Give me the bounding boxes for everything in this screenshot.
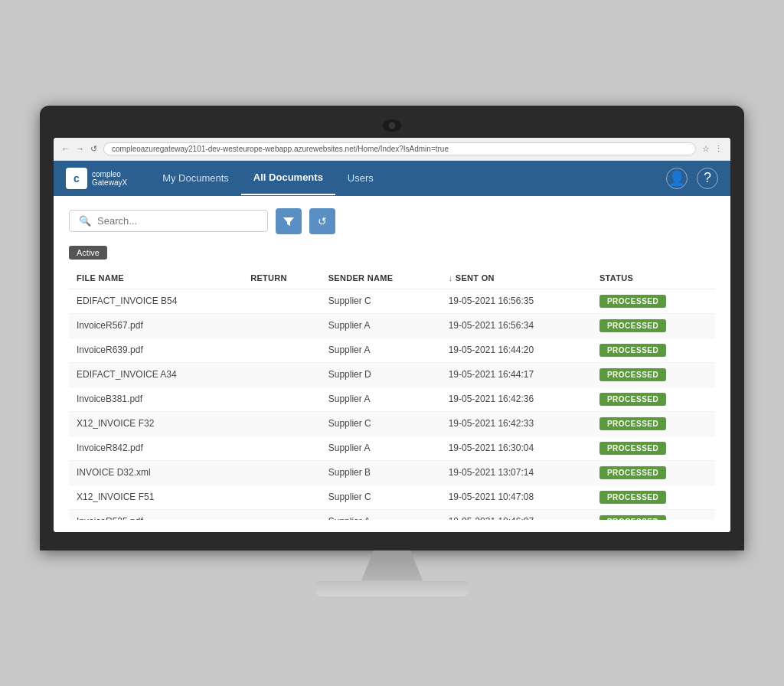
cell-file-name: INVOICE D32.xml	[69, 460, 243, 485]
cell-return	[243, 460, 321, 485]
table-body: EDIFACT_INVOICE B54Supplier C19-05-2021 …	[69, 289, 715, 520]
table-row[interactable]: InvoiceR535.pdfSupplier A19-05-2021 10:4…	[69, 509, 715, 520]
cell-sent-on: 19-05-2021 16:44:20	[441, 338, 592, 362]
cell-status: PROCESSED	[592, 411, 715, 436]
monitor-stand-base	[315, 581, 469, 596]
browser-refresh-button[interactable]: ↺	[90, 144, 97, 154]
logo-area: c compleo GatewayX	[66, 168, 127, 189]
forward-button[interactable]: →	[76, 144, 84, 153]
main-content: 🔍 ↺ Active	[54, 196, 730, 532]
cell-status: PROCESSED	[592, 387, 715, 411]
cell-status: PROCESSED	[592, 460, 715, 485]
col-file-name: FILE NAME	[69, 267, 243, 289]
cell-status: PROCESSED	[592, 313, 715, 338]
cell-status: PROCESSED	[592, 485, 715, 509]
nav-all-documents[interactable]: All Documents	[241, 161, 335, 195]
cell-sender: Supplier A	[321, 338, 441, 362]
cell-sender: Supplier A	[321, 387, 441, 411]
cell-status: PROCESSED	[592, 509, 715, 520]
cell-file-name: InvoiceR639.pdf	[69, 338, 243, 362]
cell-sent-on: 19-05-2021 16:42:33	[441, 411, 592, 436]
cell-file-name: InvoiceB381.pdf	[69, 387, 243, 411]
documents-table: FILE NAME RETURN SENDER NAME SENT ON STA…	[69, 267, 715, 520]
status-badge: PROCESSED	[599, 491, 666, 504]
nav-my-documents[interactable]: My Documents	[150, 162, 241, 194]
table-row[interactable]: EDIFACT_INVOICE A34Supplier D19-05-2021 …	[69, 362, 715, 387]
search-input[interactable]	[97, 215, 258, 227]
col-sender: SENDER NAME	[321, 267, 441, 289]
header-icons: 👤 ?	[666, 168, 718, 189]
cell-sender: Supplier A	[321, 509, 441, 520]
table-row[interactable]: InvoiceR567.pdfSupplier A19-05-2021 16:5…	[69, 313, 715, 338]
table-row[interactable]: INVOICE D32.xmlSupplier B19-05-2021 13:0…	[69, 460, 715, 485]
monitor-bottom	[54, 532, 730, 541]
logo-icon: c	[66, 168, 87, 189]
table-row[interactable]: InvoiceR639.pdfSupplier A19-05-2021 16:4…	[69, 338, 715, 362]
cell-file-name: InvoiceR842.pdf	[69, 436, 243, 460]
menu-icon[interactable]: ⋮	[714, 144, 723, 154]
table-row[interactable]: InvoiceR842.pdfSupplier A19-05-2021 16:3…	[69, 436, 715, 460]
status-badge: PROCESSED	[599, 344, 666, 357]
table-row[interactable]: X12_INVOICE F51Supplier C19-05-2021 10:4…	[69, 485, 715, 509]
cell-sent-on: 19-05-2021 10:46:07	[441, 509, 592, 520]
col-sent-on[interactable]: SENT ON	[441, 267, 592, 289]
monitor-wrapper: ← → ↺ compleoazuregateway2101-dev-westeu…	[40, 90, 744, 596]
status-badge: PROCESSED	[599, 393, 666, 406]
cell-return	[243, 411, 321, 436]
webcam	[383, 119, 401, 132]
table-row[interactable]: InvoiceB381.pdfSupplier A19-05-2021 16:4…	[69, 387, 715, 411]
help-icon[interactable]: ?	[697, 168, 718, 189]
browser-icons: ☆ ⋮	[702, 144, 723, 154]
search-icon: 🔍	[79, 215, 91, 227]
toolbar: 🔍 ↺	[69, 208, 715, 234]
cell-return	[243, 289, 321, 313]
table-header: FILE NAME RETURN SENDER NAME SENT ON STA…	[69, 267, 715, 289]
status-badge: PROCESSED	[599, 466, 666, 479]
url-bar[interactable]: compleoazuregateway2101-dev-westeurope-w…	[103, 142, 696, 155]
col-status: STATUS	[592, 267, 715, 289]
active-badge: Active	[69, 246, 107, 260]
monitor-bezel: ← → ↺ compleoazuregateway2101-dev-westeu…	[40, 106, 744, 550]
table-row[interactable]: EDIFACT_INVOICE B54Supplier C19-05-2021 …	[69, 289, 715, 313]
status-badge: PROCESSED	[599, 417, 666, 430]
cell-return	[243, 338, 321, 362]
col-return: RETURN	[243, 267, 321, 289]
svg-marker-0	[283, 217, 294, 226]
nav-users[interactable]: Users	[335, 162, 386, 194]
monitor-stand-neck	[361, 550, 423, 581]
star-icon[interactable]: ☆	[702, 144, 710, 154]
cell-sender: Supplier A	[321, 313, 441, 338]
status-badge: PROCESSED	[599, 442, 666, 455]
cell-sender: Supplier A	[321, 436, 441, 460]
cell-sent-on: 19-05-2021 16:44:17	[441, 362, 592, 387]
filter-button[interactable]	[276, 208, 302, 234]
cell-return	[243, 387, 321, 411]
browser-bar: ← → ↺ compleoazuregateway2101-dev-westeu…	[54, 138, 730, 161]
cell-file-name: X12_INVOICE F32	[69, 411, 243, 436]
cell-file-name: X12_INVOICE F51	[69, 485, 243, 509]
refresh-icon: ↺	[318, 215, 327, 227]
back-button[interactable]: ←	[61, 144, 70, 153]
cell-file-name: EDIFACT_INVOICE A34	[69, 362, 243, 387]
cell-file-name: EDIFACT_INVOICE B54	[69, 289, 243, 313]
cell-status: PROCESSED	[592, 362, 715, 387]
cell-status: PROCESSED	[592, 338, 715, 362]
cell-sent-on: 19-05-2021 13:07:14	[441, 460, 592, 485]
search-box: 🔍	[69, 210, 268, 232]
status-badge: PROCESSED	[599, 319, 666, 332]
table-container[interactable]: FILE NAME RETURN SENDER NAME SENT ON STA…	[69, 267, 715, 520]
cell-return	[243, 313, 321, 338]
main-nav: My Documents All Documents Users	[150, 161, 666, 195]
cell-status: PROCESSED	[592, 436, 715, 460]
user-icon[interactable]: 👤	[666, 168, 688, 189]
filter-icon	[283, 216, 294, 227]
cell-status: PROCESSED	[592, 289, 715, 313]
cell-sent-on: 19-05-2021 16:30:04	[441, 436, 592, 460]
cell-return	[243, 362, 321, 387]
status-badge: PROCESSED	[599, 368, 666, 381]
webcam-dot	[389, 122, 395, 129]
cell-sender: Supplier D	[321, 362, 441, 387]
cell-return	[243, 485, 321, 509]
refresh-button[interactable]: ↺	[309, 208, 335, 234]
table-row[interactable]: X12_INVOICE F32Supplier C19-05-2021 16:4…	[69, 411, 715, 436]
